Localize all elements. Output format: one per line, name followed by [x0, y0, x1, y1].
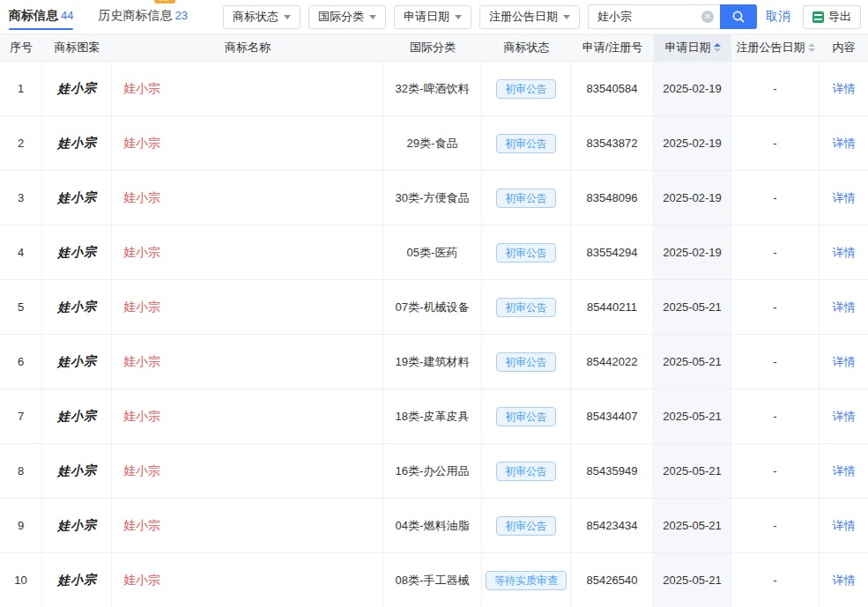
status-badge: 初审公告	[496, 189, 556, 208]
cell-apply-date: 2025-02-19	[654, 62, 731, 115]
cell-intl-class: 05类-医药	[383, 226, 482, 279]
col-header-apply-date[interactable]: 申请日期	[654, 34, 731, 61]
cell-intl-class: 29类-食品	[383, 116, 482, 170]
tab-bar: 商标信息44 VIP 历史商标信息23	[9, 0, 188, 33]
cell-status: 初审公告	[482, 444, 571, 498]
chevron-down-icon	[369, 15, 376, 19]
col-header-label: 注册公告日期	[737, 40, 805, 56]
chevron-down-icon	[284, 15, 291, 19]
cell-trademark-name: 娃小宗	[112, 389, 383, 443]
detail-link[interactable]: 详情	[833, 245, 856, 261]
cell-apply-date: 2025-02-19	[654, 171, 731, 225]
col-header-pub-date[interactable]: 注册公告日期	[731, 34, 820, 61]
tab-history-trademark-info[interactable]: VIP 历史商标信息23	[98, 0, 187, 33]
cell-trademark-name: 娃小宗	[112, 226, 383, 279]
table-row: 3 娃小宗 娃小宗 30类-方便食品 初审公告 83548096 2025-02…	[0, 171, 868, 226]
cancel-button[interactable]: 取消	[766, 9, 790, 25]
filter-trademark-status[interactable]: 商标状态	[223, 5, 300, 29]
cell-trademark-image: 娃小宗	[42, 62, 112, 115]
cell-trademark-image: 娃小宗	[42, 553, 112, 607]
cell-apply-date: 2025-05-21	[654, 499, 731, 552]
cell-intl-class: 32类-啤酒饮料	[383, 62, 482, 115]
cell-pub-date: -	[731, 335, 820, 389]
detail-link[interactable]: 详情	[833, 190, 856, 206]
sort-icon[interactable]	[808, 43, 815, 52]
cell-no: 7	[0, 389, 42, 443]
detail-link[interactable]: 详情	[833, 81, 856, 97]
filter-international-class[interactable]: 国际分类	[308, 5, 386, 29]
clear-search-icon[interactable]: ✕	[701, 11, 714, 23]
detail-link[interactable]: 详情	[833, 463, 856, 479]
status-badge: 初审公告	[496, 243, 556, 263]
cell-pub-date: -	[731, 553, 820, 607]
cell-no: 4	[0, 226, 42, 279]
detail-link[interactable]: 详情	[833, 573, 856, 588]
cell-no: 9	[0, 499, 42, 552]
cell-no: 10	[0, 553, 42, 607]
cell-reg-no: 83548096	[571, 171, 654, 225]
cell-content: 详情	[820, 553, 868, 607]
sort-icon[interactable]	[714, 43, 721, 52]
trademark-image: 娃小宗	[56, 135, 97, 152]
detail-link[interactable]: 详情	[833, 354, 856, 370]
trademark-image: 娃小宗	[56, 408, 97, 426]
status-badge: 初审公告	[496, 134, 556, 153]
cell-pub-date: -	[731, 171, 820, 225]
table-row: 9 娃小宗 娃小宗 04类-燃料油脂 初审公告 85423434 2025-05…	[0, 499, 868, 553]
cell-no: 2	[0, 116, 42, 170]
tab-label: 商标信息	[9, 8, 58, 22]
cell-intl-class: 16类-办公用品	[383, 444, 482, 498]
cell-status: 初审公告	[482, 62, 571, 115]
col-header-intl-class: 国际分类	[383, 34, 482, 61]
trademark-image: 娃小宗	[56, 463, 97, 480]
cell-pub-date: -	[731, 444, 820, 498]
status-badge: 初审公告	[496, 79, 556, 99]
table-row: 2 娃小宗 娃小宗 29类-食品 初审公告 83543872 2025-02-1…	[0, 116, 868, 171]
status-badge: 初审公告	[496, 298, 556, 317]
table-body: 1 娃小宗 娃小宗 32类-啤酒饮料 初审公告 83540584 2025-02…	[0, 62, 868, 607]
cell-reg-no: 85435949	[571, 444, 654, 498]
cell-content: 详情	[820, 389, 868, 443]
cell-apply-date: 2025-05-21	[654, 335, 731, 389]
col-header-label: 申请日期	[665, 40, 711, 56]
col-header-content: 内容	[820, 34, 868, 61]
cell-status: 等待实质审查	[482, 553, 571, 607]
cell-trademark-image: 娃小宗	[42, 280, 112, 334]
cell-reg-no: 83554294	[571, 226, 654, 279]
detail-link[interactable]: 详情	[833, 136, 856, 152]
search-icon	[731, 10, 746, 24]
col-header-no: 序号	[0, 34, 42, 61]
export-button[interactable]: 导出	[803, 5, 861, 29]
filter-apply-date[interactable]: 申请日期	[394, 5, 471, 29]
toolbar: 商标信息44 VIP 历史商标信息23 商标状态 国际分类 申请日期 注册公告日…	[0, 0, 868, 33]
col-header-reg-no: 申请/注册号	[571, 34, 654, 61]
cell-reg-no: 83540584	[571, 62, 654, 115]
cell-trademark-name: 娃小宗	[112, 553, 383, 607]
excel-icon	[812, 11, 824, 23]
search-input[interactable]	[588, 4, 720, 29]
trademark-search-page: 商标信息44 VIP 历史商标信息23 商标状态 国际分类 申请日期 注册公告日…	[0, 0, 868, 607]
cell-no: 3	[0, 171, 42, 225]
filter-registration-publication-date[interactable]: 注册公告日期	[479, 5, 580, 29]
cell-trademark-image: 娃小宗	[42, 116, 112, 170]
tab-trademark-info[interactable]: 商标信息44	[9, 0, 73, 33]
cell-content: 详情	[820, 280, 868, 334]
search-button[interactable]	[720, 4, 757, 29]
cell-reg-no: 85423434	[571, 499, 654, 552]
cell-pub-date: -	[731, 116, 820, 170]
cell-trademark-name: 娃小宗	[112, 499, 383, 552]
cell-intl-class: 19类-建筑材料	[383, 335, 482, 389]
detail-link[interactable]: 详情	[833, 409, 856, 425]
cell-apply-date: 2025-02-19	[654, 226, 731, 279]
cell-content: 详情	[820, 226, 868, 279]
cell-trademark-name: 娃小宗	[112, 116, 383, 170]
detail-link[interactable]: 详情	[833, 518, 856, 534]
table-row: 1 娃小宗 娃小宗 32类-啤酒饮料 初审公告 83540584 2025-02…	[0, 62, 868, 116]
cell-content: 详情	[820, 62, 868, 115]
detail-link[interactable]: 详情	[833, 300, 856, 315]
cell-no: 6	[0, 335, 42, 389]
cell-intl-class: 08类-手工器械	[383, 553, 482, 607]
cell-pub-date: -	[731, 389, 820, 443]
vip-badge: VIP	[154, 0, 175, 4]
cell-reg-no: 85426540	[571, 553, 654, 607]
